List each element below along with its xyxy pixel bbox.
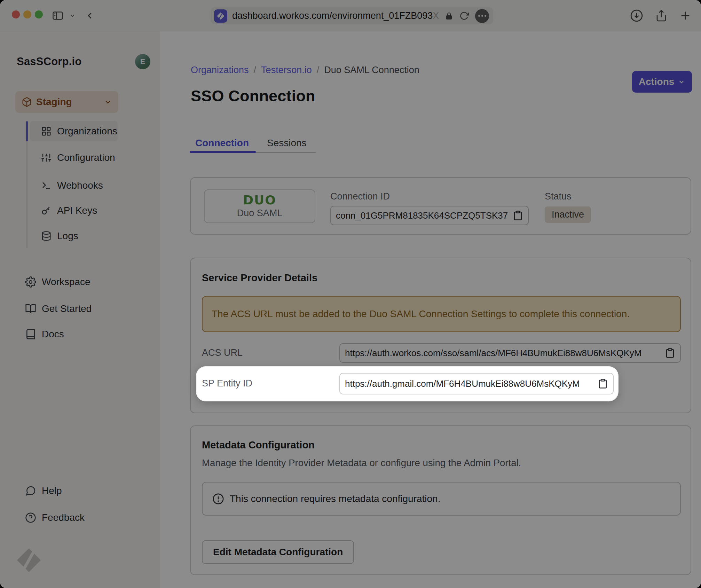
workos-logo — [15, 547, 42, 575]
tab-connection[interactable]: Connection — [195, 138, 249, 149]
book-icon — [25, 329, 36, 340]
terminal-icon — [41, 180, 52, 191]
grid-icon — [41, 126, 52, 136]
sidebar-item-label: Workspace — [42, 276, 90, 288]
back-icon — [85, 10, 95, 21]
metadata-description: Manage the Identity Provider Metadata or… — [202, 457, 521, 469]
database-icon — [41, 231, 52, 241]
service-provider-card: Service Provider Details The ACS URL mus… — [190, 258, 691, 413]
chat-bubble-icon — [25, 485, 36, 496]
provider-box: DUO Duo SAML — [204, 189, 315, 223]
sidebar-item-api-keys[interactable]: API Keys — [30, 201, 118, 221]
reload-icon[interactable] — [459, 11, 469, 21]
sidebar-item-label: Get Started — [42, 303, 92, 314]
metadata-notice: This connection requires metadata config… — [202, 482, 681, 516]
tab-sessions[interactable]: Sessions — [267, 138, 307, 149]
book-open-icon — [25, 303, 36, 314]
sidebar-toggle-icon — [52, 9, 64, 22]
sidebar-item-label: Help — [42, 485, 62, 496]
sidebar-item-workspace[interactable]: Workspace — [25, 273, 90, 291]
status-badge: Inactive — [545, 206, 591, 223]
acs-url-field[interactable]: https://auth.workos.com/sso/saml/acs/MF6… — [339, 343, 681, 363]
active-nav-indicator — [26, 121, 28, 141]
url-text: dashboard.workos.com/environment_01FZB09… — [232, 10, 439, 21]
connection-id-value: conn_01G5PRM81835K64SCPZQ5TSK37 — [336, 210, 508, 221]
copy-icon[interactable] — [665, 348, 675, 358]
download-icon[interactable] — [630, 9, 643, 22]
service-provider-heading: Service Provider Details — [202, 272, 317, 284]
breadcrumb-organizations[interactable]: Organizations — [191, 65, 249, 76]
workos-favicon — [214, 9, 227, 23]
sidebar-item-label: Logs — [57, 230, 78, 242]
workspace-name: SasSCorp.io — [17, 55, 82, 68]
sidebar-item-help[interactable]: Help — [25, 482, 62, 500]
main-content: Organizations / Testerson.io / Duo SAML … — [160, 31, 701, 588]
sidebar-item-label: Configuration — [57, 152, 115, 163]
breadcrumb-testerson[interactable]: Testerson.io — [261, 65, 312, 76]
zoom-window-button[interactable] — [35, 10, 43, 18]
status-label: Status — [545, 191, 572, 202]
active-tab-underline — [190, 151, 256, 153]
avatar[interactable]: E — [135, 54, 150, 69]
connection-id-field[interactable]: conn_01G5PRM81835K64SCPZQ5TSK37 — [330, 206, 529, 225]
chevron-down-icon — [104, 98, 112, 106]
sidebar-item-label: Feedback — [42, 512, 85, 523]
environment-label: Staging — [36, 96, 72, 108]
address-bar[interactable]: dashboard.workos.com/environment_01FZB09… — [211, 7, 493, 24]
sidebar-item-configuration[interactable]: Configuration — [30, 148, 118, 168]
sp-entity-id-field[interactable]: https://auth.gmail.com/MF6H4BUmukEi88w8U… — [339, 373, 614, 394]
question-circle-icon — [25, 512, 36, 523]
key-icon — [41, 205, 52, 216]
sidebar-toggle-button[interactable] — [52, 0, 64, 31]
copy-icon[interactable] — [513, 210, 523, 221]
metadata-notice-text: This connection requires metadata config… — [230, 493, 440, 504]
sidebar: SasSCorp.io E Staging Organizations Conf… — [0, 31, 160, 588]
cube-icon — [22, 97, 32, 107]
sp-entity-id-label: SP Entity ID — [202, 378, 252, 389]
acs-url-label: ACS URL — [202, 347, 243, 358]
sidebar-item-label: Docs — [42, 329, 64, 340]
toolbar-chevron-button[interactable] — [69, 0, 76, 31]
sidebar-item-docs[interactable]: Docs — [25, 326, 64, 343]
sliders-icon — [41, 152, 52, 163]
chevron-down-icon — [69, 12, 76, 19]
metadata-card: Metadata Configuration Manage the Identi… — [190, 425, 691, 575]
metadata-heading: Metadata Configuration — [202, 439, 315, 451]
breadcrumb-separator: / — [317, 65, 320, 76]
gear-icon — [25, 276, 36, 288]
sp-entity-id-value: https://auth.gmail.com/MF6H4BUmukEi88w8U… — [345, 378, 580, 389]
sidebar-item-organizations[interactable]: Organizations — [30, 121, 118, 141]
alert-circle-icon — [212, 493, 224, 505]
acs-warning-text: The ACS URL must be added to the Duo SAM… — [212, 308, 630, 320]
close-window-button[interactable] — [12, 10, 20, 18]
chevron-down-icon — [678, 78, 685, 86]
back-button[interactable] — [85, 0, 95, 31]
lock-icon — [445, 12, 453, 20]
environment-switcher[interactable]: Staging — [15, 91, 118, 113]
sidebar-item-feedback[interactable]: Feedback — [25, 509, 85, 526]
actions-button[interactable]: Actions — [632, 71, 692, 93]
sidebar-item-logs[interactable]: Logs — [30, 226, 118, 246]
url-fade: X — [433, 10, 439, 21]
traffic-lights — [12, 10, 43, 18]
sidebar-item-webhooks[interactable]: Webhooks — [30, 175, 118, 196]
connection-id-label: Connection ID — [330, 191, 390, 202]
acs-warning-banner: The ACS URL must be added to the Duo SAM… — [202, 296, 681, 332]
extension-button[interactable] — [475, 9, 489, 23]
actions-label: Actions — [639, 76, 675, 87]
breadcrumb-separator: / — [254, 65, 257, 76]
provider-name: Duo SAML — [237, 208, 283, 219]
breadcrumb-current: Duo SAML Connection — [324, 65, 419, 76]
minimize-window-button[interactable] — [23, 10, 31, 18]
sidebar-item-label: Webhooks — [57, 180, 103, 191]
copy-icon[interactable] — [598, 378, 608, 389]
browser-toolbar: dashboard.workos.com/environment_01FZB09… — [0, 0, 701, 31]
connection-overview-card: DUO Duo SAML Connection ID conn_01G5PRM8… — [190, 177, 691, 235]
browser-window: dashboard.workos.com/environment_01FZB09… — [0, 0, 701, 588]
breadcrumb: Organizations / Testerson.io / Duo SAML … — [191, 65, 419, 76]
sidebar-item-label: Organizations — [57, 126, 117, 137]
plus-icon[interactable] — [679, 10, 691, 22]
edit-metadata-button[interactable]: Edit Metadata Configuration — [202, 540, 354, 564]
sidebar-item-get-started[interactable]: Get Started — [25, 300, 92, 317]
share-icon[interactable] — [655, 9, 668, 22]
